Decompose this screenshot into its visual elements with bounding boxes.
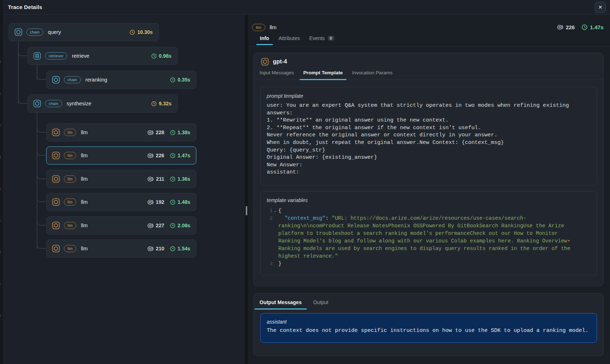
duration: 9.32s [151,101,171,107]
token-icon [147,152,154,159]
token-icon [147,129,154,136]
resize-handle[interactable] [246,206,247,215]
span-kind-icon [33,100,41,108]
token-icon [147,176,154,183]
hexagon-icon [52,222,60,229]
clock-icon [170,223,176,229]
tab-output-messages[interactable]: Output Messages [260,299,302,309]
trace-tree-row[interactable]: chain synthesize 9.32s [27,95,178,113]
span-kind-icon [52,76,60,84]
clock-icon [170,130,176,136]
clock-icon [129,29,135,35]
span-kind-chip: llm [64,245,76,252]
span-name: query [48,29,61,35]
trace-tree-row[interactable]: chain query 10.30s [9,23,159,41]
tab-invocation-params[interactable]: Invocation Params [352,70,393,79]
duration: 0.98s [151,53,171,59]
token-icon [557,24,564,31]
output-card: Output Messages Output assistant The con… [253,293,604,356]
background-page-sliver: de≡de≡ded [0,0,3,364]
span-kind-chip: llm [64,222,76,229]
llm-span-card: gpt-4 Input Messages Prompt Template Inv… [253,53,604,286]
tree-connector [18,36,18,104]
span-kind-chip: retriever [45,52,67,60]
span-kind-icon [33,52,41,60]
prompt-template-box: prompt template user: You are an expert … [260,87,597,185]
message-role: assistant [267,319,591,325]
tab-attributes[interactable]: Attributes [279,35,300,44]
trace-tree-row[interactable]: llm llm 227 2.08s [46,216,196,234]
trace-tree-row[interactable]: llm llm 210 1.54s [46,240,196,258]
hexagon-icon [52,76,60,84]
template-variables-code[interactable]: 1⌄{2 "context_msg": "URL: https://docs.a… [267,207,591,268]
token-icon [147,199,154,206]
span-name: llm [81,246,88,251]
tab-events[interactable]: Events 0 [309,35,334,44]
duration: 1.47s [170,153,190,159]
model-name: gpt-4 [273,58,287,65]
token-count: 211 [147,176,164,183]
duration: 1.47s [581,24,604,31]
message-text: The context does not provide specific in… [267,328,591,334]
tab-output[interactable]: Output [313,299,328,309]
template-variables-box: template variables 1⌄{2 "context_msg": "… [260,191,597,276]
span-detail-tabs: Info Attributes Events 0 [249,35,610,47]
duration: 2.08s [170,223,190,229]
close-button[interactable]: ✕ [595,2,606,13]
trace-tree-row[interactable]: llm llm 211 1.36s [46,170,196,188]
span-kind-chip: llm [64,198,76,206]
tab-info[interactable]: Info [260,35,269,44]
token-count: 226 [147,152,164,159]
token-count: 210 [147,245,164,252]
span-kind-chip: chain [26,28,43,36]
duration: 0.35s [170,77,190,83]
trace-details-drawer: Trace Details ✕ c [3,0,610,364]
clock-icon [170,77,176,83]
panel-resize-divider[interactable] [244,15,249,364]
span-kind-icon [52,222,60,229]
tab-prompt-template[interactable]: Prompt Template [303,70,343,79]
close-icon: ✕ [598,4,602,10]
tab-input-messages[interactable]: Input Messages [260,70,294,79]
span-name: llm [81,153,88,158]
token-icon [147,245,154,252]
template-variables-label: template variables [267,197,591,203]
clock-icon [151,101,157,107]
token-count: 192 [147,199,164,206]
hexagon-icon [52,245,60,253]
span-name: synthesize [67,101,92,106]
prompt-template-text: user: You are an expert Q&A system that … [267,102,591,176]
trace-details-window: de≡de≡ded Trace Details ✕ [0,0,610,364]
span-kind-chip: llm [64,152,76,159]
span-kind-chip: llm [64,129,76,136]
prompt-template-label: prompt template [267,93,591,99]
hexagon-icon [52,198,60,206]
span-name: llm [81,223,88,228]
duration: 1.38s [170,130,190,136]
span-kind-chip: chain [64,76,81,83]
span-name: llm [270,24,276,30]
duration: 1.36s [170,176,190,182]
duration: 1.48s [170,199,190,205]
trace-tree-row[interactable]: llm llm 192 1.48s [46,193,196,211]
clock-icon [581,24,588,31]
trace-tree-row[interactable]: llm llm 228 1.38s [46,123,196,141]
clock-icon [151,53,157,59]
trace-tree-row[interactable]: llm llm 226 1.47s [46,146,196,165]
clock-icon [170,199,176,205]
span-name: llm [81,199,88,205]
span-name: llm [81,176,88,182]
span-kind-icon [52,245,60,253]
span-detail-header: llm llm 226 1.47s [249,15,610,35]
hexagon-icon [52,175,60,183]
span-kind-icon [52,198,60,206]
span-name: reranking [86,77,107,83]
token-count: 226 [557,24,575,31]
trace-tree-row[interactable]: retriever retrieve 0.98s [27,47,178,65]
span-kind-icon [14,28,22,36]
token-icon [147,222,154,229]
hexagon-icon [52,152,60,159]
trace-tree-row[interactable]: chain reranking 0.35s [46,71,196,89]
duration: 10.30s [129,29,153,35]
span-kind-icon [52,152,60,159]
